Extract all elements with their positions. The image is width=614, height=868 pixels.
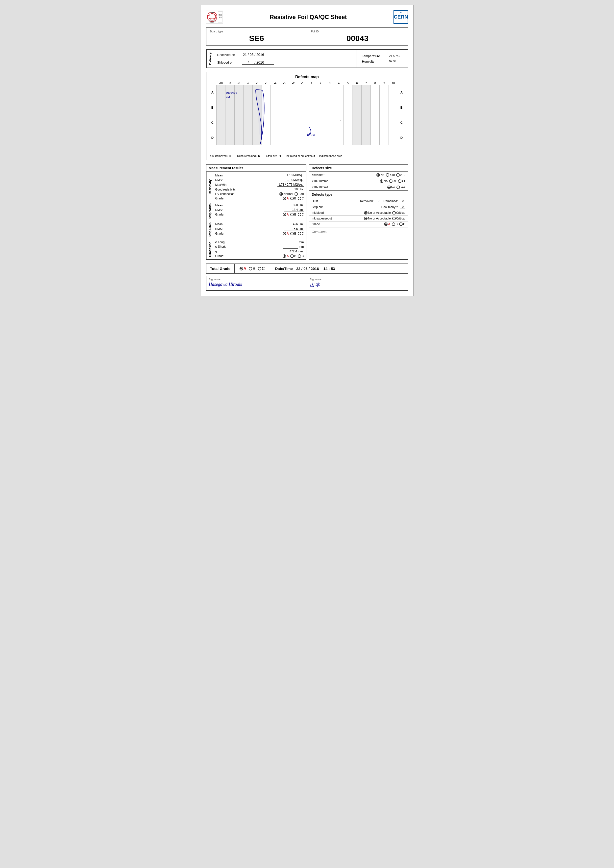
sp-grade-a-label: A bbox=[287, 232, 289, 235]
cell-D-3 bbox=[325, 130, 334, 145]
ds-row1-lt10-label: <10 bbox=[390, 173, 395, 177]
total-grade-b-radio[interactable]: B bbox=[249, 267, 256, 271]
total-grade-a-circle bbox=[240, 267, 243, 270]
defect-grade-c-label: C bbox=[403, 222, 405, 226]
shipped-value: __ / __ / 2016 bbox=[242, 60, 274, 65]
cell-A-8 bbox=[371, 85, 380, 100]
res-maxmin-label: Max/Min: bbox=[215, 183, 228, 186]
ds-row2-label: <10×10mm² bbox=[312, 180, 334, 183]
sp-grade-c-radio[interactable]: C bbox=[298, 232, 304, 235]
cell-C-neg7 bbox=[243, 115, 253, 130]
total-grade-radios: A B C bbox=[235, 264, 270, 273]
ds-row1-lt10-radio[interactable]: <10 bbox=[386, 173, 395, 177]
dim-grade-a-label: A bbox=[287, 254, 289, 258]
ds-row2-gt1-label: >1 bbox=[402, 180, 405, 183]
cell-A-1 bbox=[307, 85, 316, 100]
cell-C-10 bbox=[389, 115, 398, 130]
dim-grade-b-radio[interactable]: B bbox=[290, 254, 296, 258]
dimension-label: Dimension bbox=[206, 239, 213, 259]
cell-C-neg2 bbox=[289, 115, 298, 130]
resistivity-group: Resistivity Mean: 1.18 MΩ/sq. RMS: 0.18 … bbox=[206, 172, 306, 202]
sp-rms-label: RMS: bbox=[215, 227, 223, 231]
board-type-value: SE6 bbox=[210, 34, 303, 43]
total-grade-c-circle bbox=[258, 267, 261, 270]
ds-row3-yes-radio[interactable]: Yes bbox=[397, 186, 405, 189]
cell-B-neg10 bbox=[216, 100, 225, 115]
cell-A-7 bbox=[361, 85, 371, 100]
foil-id-cell: Foil ID 00043 bbox=[307, 28, 408, 45]
dim-phi-short-value bbox=[283, 245, 298, 249]
sp-grade-label: Grade: bbox=[215, 232, 225, 235]
ds-row1-gt10-radio[interactable]: >10 bbox=[396, 173, 405, 177]
col-label-7: 7 bbox=[361, 82, 371, 85]
ink-bleed-label: Ink bleed bbox=[312, 211, 324, 214]
row-label-B-left: B bbox=[209, 105, 216, 109]
cell-D-neg4 bbox=[270, 130, 280, 145]
ds-row2-gt1-radio[interactable]: >1 bbox=[398, 180, 405, 183]
ds-row2-lt1-radio[interactable]: <1 bbox=[389, 180, 397, 183]
ds-row2-gt1-circle bbox=[398, 180, 402, 183]
cell-A-3 bbox=[325, 85, 334, 100]
dim-grade-c-radio[interactable]: C bbox=[298, 254, 304, 258]
dim-phi-short-label: φ Short: bbox=[215, 245, 226, 248]
cell-A-2 bbox=[316, 85, 325, 100]
res-hv-bad-radio[interactable]: Bad bbox=[295, 192, 304, 196]
sp-grade-a-radio[interactable]: A bbox=[283, 232, 289, 235]
res-grade-a-radio[interactable]: A bbox=[283, 197, 289, 200]
page: KOBE UNIVERSITY Science 東京 大学 Resistive … bbox=[201, 5, 414, 296]
dim-grade-radio-group: A B C bbox=[283, 254, 304, 258]
total-grade-c-radio[interactable]: C bbox=[258, 267, 265, 271]
sw-grade-a-radio[interactable]: A bbox=[283, 213, 289, 216]
strip-pitch-rows: Mean: 426 um RMS: 15.5 um Grade: A bbox=[213, 221, 306, 239]
res-grade-c-radio[interactable]: C bbox=[298, 197, 304, 200]
datetime-label: Date/Time bbox=[275, 267, 293, 271]
defect-grade-b-radio[interactable]: B bbox=[392, 222, 398, 226]
datetime-section: Date/Time 22 / 06 / 2016 14 : 53 bbox=[270, 264, 341, 273]
sw-grade-label: Grade: bbox=[215, 213, 225, 216]
defect-grade-a-radio[interactable]: A bbox=[384, 222, 390, 226]
total-grade-a-radio[interactable]: A bbox=[240, 267, 247, 271]
res-hv-label: HV connection: bbox=[215, 192, 236, 196]
res-grade-b-radio[interactable]: B bbox=[290, 197, 296, 200]
cell-D-4 bbox=[334, 130, 343, 145]
defect-grade-radio: A B C bbox=[384, 222, 405, 226]
defects-map-section: Defects map -10 -9 -8 -7 -6 -5 -4 -3 -2 … bbox=[206, 72, 408, 160]
row-label-C-right: C bbox=[398, 121, 405, 124]
cell-A-neg7 bbox=[243, 85, 253, 100]
cell-D-neg9 bbox=[225, 130, 234, 145]
sw-grade-a-label: A bbox=[287, 213, 289, 216]
ds-row3-no-radio[interactable]: No bbox=[387, 186, 395, 189]
sp-mean-label: Mean: bbox=[215, 222, 223, 226]
row-label-D-right: D bbox=[398, 136, 405, 140]
ink-bleed-no-radio[interactable]: No or Acceptable bbox=[364, 211, 391, 214]
sw-grade-b-circle bbox=[290, 213, 294, 216]
cell-D-7 bbox=[361, 130, 371, 145]
ink-bleed-critical-radio[interactable]: Critical bbox=[392, 211, 405, 214]
sw-grade-b-radio[interactable]: B bbox=[290, 213, 296, 216]
signature-label-1: Signature bbox=[209, 278, 304, 281]
col-label--3: -3 bbox=[280, 82, 289, 85]
res-hv-normal-radio[interactable]: Normal bbox=[279, 192, 293, 196]
ds-row1-no-label: No bbox=[380, 173, 384, 177]
ink-squeeze-critical-radio[interactable]: Critical bbox=[392, 217, 405, 220]
ds-row2-no-radio[interactable]: No bbox=[380, 180, 388, 183]
ink-squeeze-no-radio[interactable]: No or Acceptable bbox=[364, 217, 391, 220]
ds-row1-no-radio[interactable]: No bbox=[377, 173, 384, 177]
ink-squeeze-critical-label: Critical bbox=[396, 217, 405, 220]
cell-C-neg10 bbox=[216, 115, 225, 130]
col-label--9: -9 bbox=[225, 82, 234, 85]
sp-grade-c-circle bbox=[298, 232, 301, 235]
sw-grade-c-radio[interactable]: C bbox=[298, 213, 304, 216]
measurements-box: Measurement results Resistivity Mean: 1.… bbox=[206, 164, 306, 260]
col-label-9: 9 bbox=[380, 82, 389, 85]
svg-text:大学: 大学 bbox=[219, 17, 222, 18]
dust-removed-value: 0 bbox=[376, 199, 381, 203]
time-value: 14 : 53 bbox=[323, 267, 336, 271]
ds-row2-radio: No <1 >1 bbox=[380, 180, 405, 183]
grid-body: A bbox=[209, 85, 405, 145]
cell-C-8 bbox=[371, 115, 380, 130]
dim-grade-a-radio[interactable]: A bbox=[283, 254, 289, 258]
ds-row1-no-circle bbox=[377, 173, 380, 177]
sp-grade-b-radio[interactable]: B bbox=[290, 232, 296, 235]
defect-grade-c-radio[interactable]: C bbox=[399, 222, 405, 226]
